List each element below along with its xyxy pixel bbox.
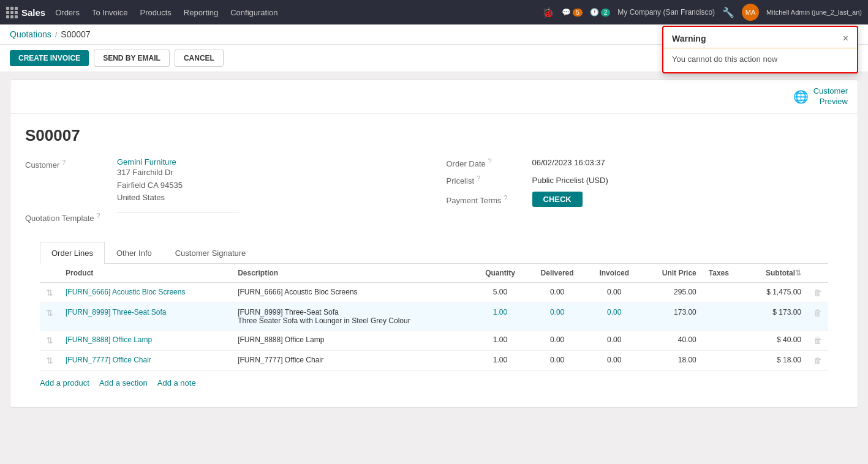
delete-row-icon[interactable]: 🗑	[813, 308, 822, 318]
subtotal-cell: $ 40.00	[745, 330, 807, 350]
description-cell: [FURN_8888] Office Lamp	[232, 330, 473, 350]
quantity-cell: 1.00	[473, 302, 528, 330]
tab-other-info[interactable]: Other Info	[105, 242, 164, 264]
col-actions	[807, 264, 828, 283]
delete-row-icon[interactable]: 🗑	[813, 356, 822, 365]
add-section-link[interactable]: Add a section	[99, 378, 148, 387]
taxes-cell	[703, 282, 745, 302]
invoiced-cell: 0.00	[587, 302, 642, 330]
quotation-template-value[interactable]	[117, 211, 240, 212]
unit-price-cell: 18.00	[642, 350, 703, 370]
product-cell: [FURN_8888] Office Lamp	[59, 330, 232, 350]
warning-message: You cannot do this action now	[663, 48, 857, 72]
form-left-col: Customer ? Gemini Furniture 317 Fairchil…	[25, 157, 434, 230]
customer-address-line1: 317 Fairchild Dr	[117, 167, 183, 179]
messages-button[interactable]: 💬 5	[562, 8, 583, 17]
user-name: Mitchell Admin (june_2_last_an)	[766, 9, 862, 16]
check-button[interactable]: CHECK	[532, 192, 583, 207]
col-description: Description	[232, 264, 473, 283]
order-date-help-icon[interactable]: ?	[488, 157, 491, 165]
unit-price-cell: 173.00	[642, 302, 703, 330]
nav-orders[interactable]: Orders	[55, 8, 80, 17]
quotation-template-help-icon[interactable]: ?	[96, 212, 100, 219]
add-note-link[interactable]: Add a note	[157, 378, 196, 387]
warning-title: Warning	[672, 34, 706, 43]
col-delivered: Delivered	[527, 264, 587, 283]
drag-handle: ⇅	[40, 302, 59, 330]
delete-cell: 🗑	[807, 282, 828, 302]
form-card: 🌐 CustomerPreview S00007 Customer ? Gemi…	[10, 80, 858, 408]
form-body: S00007 Customer ? Gemini Furniture 317 F…	[10, 114, 858, 407]
nav-products[interactable]: Products	[140, 8, 171, 17]
nav-to-invoice[interactable]: To Invoice	[92, 8, 128, 17]
tab-order-lines[interactable]: Order Lines	[40, 242, 105, 264]
table-row: ⇅ [FURN_8888] Office Lamp [FURN_8888] Of…	[40, 330, 828, 350]
subtotal-cell: $ 1,475.00	[745, 282, 807, 302]
table-row: ⇅ [FURN_6666] Acoustic Bloc Screens [FUR…	[40, 282, 828, 302]
pricelist-label: Pricelist ?	[447, 174, 526, 185]
main-content: 🌐 CustomerPreview S00007 Customer ? Gemi…	[0, 72, 868, 415]
form-right-col: Order Date ? 06/02/2023 16:03:37 Priceli…	[434, 157, 843, 230]
col-taxes: Taxes	[703, 264, 745, 283]
customer-field-row: Customer ? Gemini Furniture 317 Fairchil…	[25, 157, 434, 204]
quantity-cell: 1.00	[473, 350, 528, 370]
quotation-template-field-row: Quotation Template ?	[25, 211, 434, 223]
payment-terms-help-icon[interactable]: ?	[504, 194, 507, 201]
order-date-value: 06/02/2023 16:03:37	[532, 158, 605, 167]
order-lines-table: Product Description Quantity Delivered I…	[40, 264, 828, 371]
delete-cell: 🗑	[807, 350, 828, 370]
cancel-button[interactable]: CANCEL	[175, 50, 224, 67]
customer-value: Gemini Furniture 317 Fairchild Dr Fairfi…	[117, 157, 183, 204]
description-cell: [FURN_7777] Office Chair	[232, 350, 473, 370]
company-name: My Company (San Francisco)	[617, 8, 715, 17]
activities-button[interactable]: 🕐 2	[590, 8, 611, 17]
pricelist-value: Public Pricelist (USD)	[532, 176, 608, 185]
delivered-cell: 0.00	[527, 330, 587, 350]
top-navigation: Sales Orders To Invoice Products Reporti…	[0, 0, 868, 24]
delete-cell: 🗑	[807, 330, 828, 350]
nav-configuration[interactable]: Configuration	[230, 8, 277, 17]
col-unit-price: Unit Price	[642, 264, 703, 283]
customer-name[interactable]: Gemini Furniture	[117, 157, 183, 167]
delete-row-icon[interactable]: 🗑	[813, 288, 822, 297]
nav-menu: Orders To Invoice Products Reporting Con…	[55, 8, 538, 17]
col-quantity: Quantity	[473, 264, 528, 283]
tabs: Order Lines Other Info Customer Signatur…	[40, 242, 828, 264]
delete-row-icon[interactable]: 🗑	[813, 335, 822, 345]
add-product-link[interactable]: Add a product	[40, 378, 89, 387]
activities-badge: 2	[601, 9, 611, 17]
customer-address-line3: United States	[117, 192, 183, 204]
order-lines-table-wrap: Product Description Quantity Delivered I…	[40, 264, 828, 371]
customer-address-line2: Fairfield CA 94535	[117, 179, 183, 192]
sort-icon[interactable]: ⇅	[795, 269, 801, 277]
product-cell: [FURN_6666] Acoustic Bloc Screens	[59, 282, 232, 302]
payment-terms-label: Payment Terms ?	[447, 194, 526, 205]
nav-reporting[interactable]: Reporting	[184, 8, 218, 17]
quantity-cell: 5.00	[473, 282, 528, 302]
form-fields: Customer ? Gemini Furniture 317 Fairchil…	[25, 157, 843, 230]
bug-icon[interactable]: 🐞	[542, 7, 554, 18]
col-invoiced: Invoiced	[587, 264, 642, 283]
breadcrumb-separator: /	[55, 30, 58, 39]
order-number: S00007	[25, 126, 843, 145]
topnav-right: 🐞 💬 5 🕐 2 My Company (San Francisco) 🔧 M…	[542, 4, 862, 21]
delivered-cell: 0.00	[527, 302, 587, 330]
customer-help-icon[interactable]: ?	[62, 159, 66, 166]
settings-icon[interactable]: 🔧	[722, 7, 734, 18]
description-cell: [FURN_6666] Acoustic Bloc Screens	[232, 282, 473, 302]
pricelist-help-icon[interactable]: ?	[477, 174, 480, 182]
pricelist-field-row: Pricelist ? Public Pricelist (USD)	[447, 174, 843, 185]
create-invoice-button[interactable]: CREATE INVOICE	[10, 50, 89, 66]
invoiced-cell: 0.00	[587, 282, 642, 302]
send-by-email-button[interactable]: SEND BY EMAIL	[94, 50, 170, 67]
tab-customer-signature[interactable]: Customer Signature	[164, 242, 258, 264]
col-drag	[40, 264, 59, 283]
customer-preview-button[interactable]: CustomerPreview	[813, 86, 848, 107]
user-avatar[interactable]: MA	[742, 4, 759, 21]
col-product: Product	[59, 264, 232, 283]
breadcrumb-parent[interactable]: Quotations	[10, 29, 51, 39]
warning-close-button[interactable]: ×	[843, 33, 848, 44]
app-logo[interactable]: Sales	[6, 7, 51, 18]
quotation-template-label: Quotation Template ?	[25, 211, 111, 223]
drag-handle: ⇅	[40, 330, 59, 350]
